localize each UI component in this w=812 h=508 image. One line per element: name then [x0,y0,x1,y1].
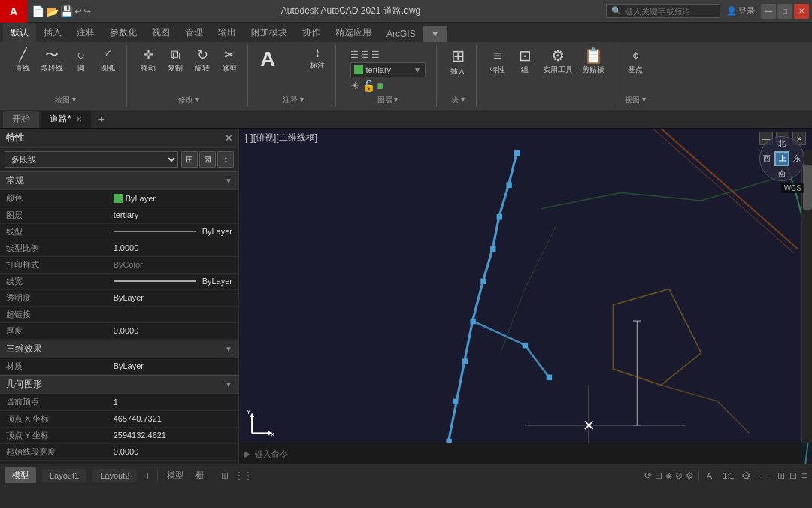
basepoint-button[interactable]: ⌖ 基点 [623,47,647,77]
prop-icon-btn1[interactable]: ⊞ [181,151,198,168]
properties-close-icon[interactable]: ✕ [225,133,232,144]
close-button[interactable]: ✕ [794,4,809,19]
redo-icon[interactable]: ↪ [83,6,91,17]
prop-value-linescale[interactable]: 1.0000 [108,240,238,256]
prop-value-linetype[interactable]: ByLayer [108,223,238,240]
prop-value-plotstyle[interactable]: ByColor [108,256,238,273]
scale-label[interactable]: A [704,470,715,482]
statusbar-tab-layout1[interactable]: Layout1 [42,469,86,482]
orbit-icon[interactable]: ⟳ [644,470,652,481]
layer-dropdown[interactable]: tertiary ▼ [350,62,426,77]
layer-group-label[interactable]: 图层 ▾ [377,95,398,107]
open-icon[interactable]: 📂 [46,5,59,17]
tab-addins[interactable]: 附加模块 [244,23,295,42]
statusbar-tab-layout2[interactable]: Layout2 [92,469,137,482]
layer-freeze-icon[interactable]: ☀ [350,80,360,92]
draw-group-label[interactable]: 绘图 ▾ [55,95,76,107]
command-input[interactable] [255,449,797,458]
undo-icon[interactable]: ↩ [74,6,82,17]
prop-icon-btn2[interactable]: ⊠ [199,151,216,168]
new-icon[interactable]: 📄 [32,5,44,17]
minimize-button[interactable]: — [761,4,776,19]
search-input[interactable] [625,7,715,16]
tab-default[interactable]: 默认 [3,23,36,42]
group-button[interactable]: ⊡ 组 [513,47,537,77]
status-model-label[interactable]: 模型 [164,468,186,482]
tab-start[interactable]: 开始 [3,111,39,128]
tab-arcgis[interactable]: ArcGIS [379,26,423,42]
user-label[interactable]: 登录 [738,5,755,17]
utilities-button[interactable]: ⚙ 实用工具 [540,47,576,77]
layer-lock-icon[interactable]: 🔓 [362,80,375,92]
section-geometry-header[interactable]: 几何图形 ▼ [0,375,238,394]
dimension-button[interactable]: ⌇ 标注 [305,47,329,72]
copy-button[interactable]: ⧉ 复制 [163,47,187,75]
annotate-group-label[interactable]: 注释 ▾ [283,95,304,107]
prop-row-material: 材质 ByLayer [0,358,238,375]
prop-value-thickness[interactable]: 0.0000 [108,322,238,339]
tab-manage[interactable]: 管理 [177,23,211,42]
prop-value-startwidth[interactable]: 0.0000 [108,443,238,460]
rotate-button[interactable]: ↻ 旋转 [190,47,214,75]
annotationmonitor-icon[interactable]: ⊘ [675,470,683,481]
layout-icon3[interactable]: ≡ [801,470,807,482]
tab-view[interactable]: 视图 [144,23,177,42]
prop-value-curvertex[interactable]: 1 [108,394,238,410]
section-3d-header[interactable]: 三维效果 ▼ [0,340,238,358]
tab-annotate[interactable]: 注释 [69,23,102,42]
new-tab-button[interactable]: + [92,113,111,125]
tab-collaborate[interactable]: 协作 [295,23,328,42]
prop-value-lineweight[interactable]: ByLayer [108,273,238,289]
tab-insert[interactable]: 插入 [36,23,69,42]
prop-value-verty[interactable]: 2594132.4621 [108,427,238,443]
prop-value-color[interactable]: ByLayer [108,190,238,207]
move-button[interactable]: ✛ 移动 [136,47,160,75]
modify-group-label[interactable]: 修改 ▾ [178,95,199,107]
tab-output[interactable]: 输出 [211,23,244,42]
section-general-header[interactable]: 常规 ▼ [0,171,238,190]
prop-icon-btn3[interactable]: ↕ [217,151,234,168]
scale-value[interactable]: 1:1 [720,470,737,482]
prop-value-hyperlink[interactable] [108,306,238,322]
text-button[interactable]: A [257,47,302,71]
tab-road[interactable]: 道路* ✕ [41,111,91,128]
insert-button[interactable]: ⊞ 插入 [446,47,470,78]
block-group-label[interactable]: 块 ▾ [451,95,465,107]
tab-road-close[interactable]: ✕ [76,115,82,123]
layout-icon2[interactable]: ⊟ [789,470,797,481]
statusbar-tab-model[interactable]: 模型 [5,467,36,483]
tab-featured[interactable]: 精选应用 [328,23,379,42]
prop-value-vertx[interactable]: 465740.7321 [108,410,238,427]
prop-value-layer[interactable]: tertiary [108,207,238,223]
trim-button[interactable]: ✂ 修剪 [217,47,241,75]
layer-color-icon[interactable]: ■ [377,80,383,92]
extents-icon[interactable]: ⊟ [655,470,662,481]
prop-value-endwidth[interactable]: 0.0000 [108,460,238,464]
clipboard-button[interactable]: 📋 剪贴板 [579,47,607,77]
polyline-button[interactable]: 〜 多段线 [38,47,66,75]
zoom-out-icon[interactable]: − [767,470,773,482]
circle-button[interactable]: ○ 圆 [69,47,93,75]
ribbon-group-draw: ╱ 直线 〜 多段线 ○ 圆 ◜ 圆弧 绘图 ▾ [5,45,127,107]
arc-button[interactable]: ◜ 圆弧 [96,47,120,75]
isolate-icon[interactable]: ◈ [665,470,672,481]
prop-value-material[interactable]: ByLayer [108,358,238,375]
settings-icon[interactable]: ⚙ [741,470,751,482]
tab-custom[interactable]: ▼ [423,26,447,42]
prop-type-select[interactable]: 多段线 [5,151,178,168]
viewport-scrollbar[interactable] [801,150,812,443]
status-grid-label[interactable]: 栅： [192,468,215,482]
layout-icon1[interactable]: ⊞ [777,470,785,481]
line-button[interactable]: ╱ 直线 [11,47,35,75]
maximize-button[interactable]: □ [777,4,792,19]
prop-value-transparency[interactable]: ByLayer [108,289,238,306]
zoom-in-icon[interactable]: + [756,470,762,482]
tab-parametric[interactable]: 参数化 [102,23,144,42]
workspace-icon[interactable]: ⚙ [686,470,694,481]
statusbar-add-layout[interactable]: + [144,470,150,482]
view-group-label[interactable]: 视图 ▾ [625,95,646,107]
save-icon[interactable]: 💾 [60,5,73,17]
properties-button[interactable]: ≡ 特性 [486,47,510,77]
ribbon-annotate-items: A ⌇ 标注 [257,47,329,72]
viewport[interactable]: [-][俯视][二维线框] — □ ✕ [239,129,812,464]
